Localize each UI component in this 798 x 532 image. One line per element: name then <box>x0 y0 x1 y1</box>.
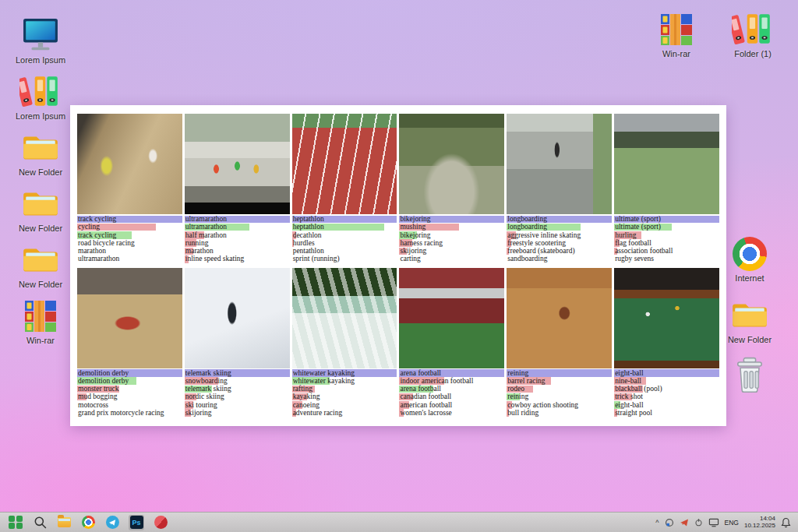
desktop-icon-new-folder-2[interactable]: New Folder <box>11 184 70 233</box>
video-thumbnail[interactable] <box>507 114 612 214</box>
icon-label: New Folder <box>19 167 62 177</box>
label-text: harness racing <box>399 239 443 247</box>
label-text: american football <box>399 401 452 409</box>
chevron-up-icon[interactable]: ^ <box>655 519 659 527</box>
label-row: barrel racing <box>507 377 612 385</box>
label-list: bikejoring mushing bikejoring <box>399 214 504 264</box>
label-row: freestyle scootering <box>507 239 612 247</box>
start-button[interactable] <box>8 515 23 530</box>
video-card[interactable]: bikejoring mushing bikejoring <box>399 114 504 264</box>
photoshop-icon: Ps <box>130 516 143 529</box>
label-list: eight-ball nine-ball blackball (pool) <box>614 368 719 418</box>
classification-grid: track cycling cycling track cycling <box>77 114 719 417</box>
label-list: longboarding longboarding aggressive inl… <box>507 214 612 264</box>
label-row: marathon <box>77 247 182 255</box>
photoshop-button[interactable]: Ps <box>129 515 144 530</box>
globe-icon[interactable] <box>665 518 674 527</box>
desktop-wallpaper: Lorem Ipsum Lorem Ipsum New Folder New F… <box>0 0 798 532</box>
label-text: women's lacrosse <box>399 409 451 417</box>
label-text: rugby sevens <box>614 255 654 262</box>
label-row: telemark skiing <box>185 385 290 393</box>
video-card[interactable]: longboarding longboarding aggressive inl… <box>507 114 612 264</box>
label-row: heptathlon <box>292 215 397 223</box>
video-thumbnail[interactable] <box>399 268 504 368</box>
chrome-button[interactable] <box>80 515 96 530</box>
label-row: sprint (running) <box>292 255 397 262</box>
desktop-icon-folder-1[interactable]: Folder (1) <box>723 9 782 58</box>
label-list: demolition derby demolition derby monste… <box>77 368 182 418</box>
label-row: blackball (pool) <box>614 385 719 393</box>
label-text: bikejoring <box>399 231 430 239</box>
desktop-icon-lorem-ipsum-monitor[interactable]: Lorem Ipsum <box>11 16 70 65</box>
language-indicator[interactable]: ENG <box>725 519 739 527</box>
desktop-icon-winrar-2[interactable]: Win-rar <box>647 9 706 58</box>
power-icon[interactable] <box>694 518 703 527</box>
label-text: telemark skiing <box>185 369 231 377</box>
system-tray: ^ ENG 14:04 10.12.2025 <box>655 516 798 529</box>
label-row: mushing <box>399 223 504 231</box>
display-icon[interactable] <box>708 518 719 527</box>
video-card[interactable]: whitewater kayaking whitewater kayaking … <box>292 268 397 418</box>
video-card[interactable]: track cycling cycling track cycling <box>77 114 182 264</box>
label-text: mud bogging <box>77 393 117 400</box>
label-row: monster truck <box>77 385 182 393</box>
icon-label: Win-rar <box>26 336 55 345</box>
label-text: motocross <box>77 401 108 409</box>
red-app-button[interactable] <box>153 515 168 530</box>
desktop-icon-recycle-bin[interactable] <box>720 357 779 394</box>
file-explorer-button[interactable] <box>56 515 72 530</box>
label-text: ultramarathon <box>185 215 227 223</box>
desktop-icon-lorem-ipsum-binders[interactable]: Lorem Ipsum <box>11 72 70 121</box>
label-row: bikejoring <box>399 231 504 239</box>
label-row: decathlon <box>292 231 397 239</box>
video-thumbnail[interactable] <box>77 114 182 214</box>
telegram-button[interactable] <box>104 515 120 530</box>
video-thumbnail[interactable] <box>614 114 719 214</box>
video-thumbnail[interactable] <box>507 268 612 368</box>
label-text: pentathlon <box>292 247 324 255</box>
label-row: rodeo <box>507 385 612 393</box>
clock[interactable]: 14:04 10.12.2025 <box>744 516 775 529</box>
video-card[interactable]: reining barrel racing rodeo <box>507 268 612 418</box>
video-card[interactable]: telemark skiing snowboarding telemark sk… <box>185 268 290 418</box>
video-card[interactable]: ultimate (sport) ultimate (sport) hurlin… <box>614 114 719 264</box>
plane-icon[interactable] <box>680 518 689 527</box>
bell-icon[interactable] <box>781 517 791 528</box>
video-thumbnail[interactable] <box>77 268 182 368</box>
desktop-icon-new-folder-1[interactable]: New Folder <box>11 128 70 177</box>
video-card[interactable]: eight-ball nine-ball blackball (pool) <box>614 268 719 418</box>
desktop-icon-winrar[interactable]: Win-rar <box>11 296 70 345</box>
icon-label: Lorem Ipsum <box>16 111 65 121</box>
label-text: track cycling <box>77 231 116 239</box>
label-list: heptathlon heptathlon decathlon <box>292 214 397 264</box>
label-text: monster truck <box>77 385 119 393</box>
label-row: eight-ball <box>614 401 719 409</box>
label-text: flag football <box>614 239 651 247</box>
folder-icon <box>21 128 60 165</box>
label-text: cowboy action shooting <box>507 401 578 409</box>
desktop-icon-internet[interactable]: Internet <box>720 234 779 283</box>
video-thumbnail[interactable] <box>185 114 290 214</box>
video-thumbnail[interactable] <box>614 268 719 368</box>
video-card[interactable]: ultramarathon ultramarathon half maratho… <box>185 114 290 264</box>
label-list: arena football indoor american football … <box>399 368 504 418</box>
label-row: grand prix motorcycle racing <box>77 409 182 417</box>
label-row: mud bogging <box>77 393 182 400</box>
video-thumbnail[interactable] <box>185 268 290 368</box>
video-card[interactable]: arena football indoor american football … <box>399 268 504 418</box>
icon-label: Folder (1) <box>734 49 772 58</box>
desktop-icon-new-folder-right[interactable]: New Folder <box>720 295 779 344</box>
label-text: trick shot <box>614 393 643 400</box>
video-thumbnail[interactable] <box>292 268 397 368</box>
label-list: track cycling cycling track cycling <box>77 214 182 264</box>
video-thumbnail[interactable] <box>399 114 504 214</box>
video-card[interactable]: heptathlon heptathlon decathlon <box>292 114 397 264</box>
label-row: cowboy action shooting <box>507 401 612 409</box>
video-thumbnail[interactable] <box>292 114 397 214</box>
taskbar: Ps ^ ENG 14:04 10.12.2025 <box>0 512 798 532</box>
video-card[interactable]: demolition derby demolition derby monste… <box>77 268 182 418</box>
search-button[interactable] <box>32 515 48 530</box>
label-text: ultramarathon <box>77 255 119 262</box>
label-text: eight-ball <box>614 401 643 409</box>
desktop-icon-new-folder-3[interactable]: New Folder <box>11 240 70 289</box>
